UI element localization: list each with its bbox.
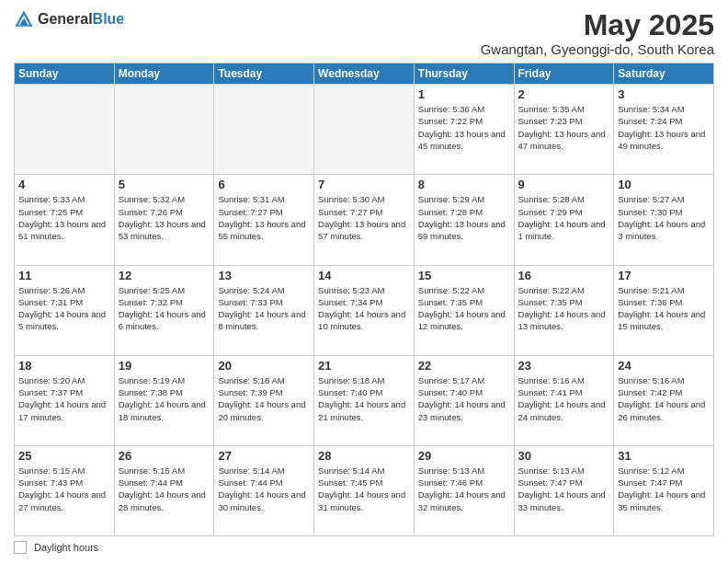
day-info: Sunrise: 5:15 AMSunset: 7:44 PMDaylight:…: [119, 465, 210, 513]
calendar-header-tuesday: Tuesday: [214, 63, 314, 85]
day-number: 18: [18, 359, 110, 373]
day-number: 20: [218, 359, 310, 373]
day-info: Sunrise: 5:23 AMSunset: 7:34 PMDaylight:…: [318, 284, 410, 333]
calendar-cell: 11Sunrise: 5:26 AMSunset: 7:31 PMDayligh…: [15, 265, 115, 355]
day-info: Sunrise: 5:16 AMSunset: 7:41 PMDaylight:…: [518, 374, 610, 423]
day-number: 11: [18, 269, 110, 282]
day-info: Sunrise: 5:31 AMSunset: 7:27 PMDaylight:…: [218, 193, 310, 242]
day-info: Sunrise: 5:27 AMSunset: 7:30 PMDaylight:…: [618, 193, 710, 242]
calendar-table: SundayMondayTuesdayWednesdayThursdayFrid…: [14, 63, 714, 536]
day-number: 15: [418, 269, 510, 282]
day-info: Sunrise: 5:34 AMSunset: 7:24 PMDaylight:…: [618, 103, 710, 152]
day-info: Sunrise: 5:16 AMSunset: 7:42 PMDaylight:…: [618, 374, 710, 423]
day-info: Sunrise: 5:21 AMSunset: 7:36 PMDaylight:…: [618, 284, 710, 333]
calendar-cell: 18Sunrise: 5:20 AMSunset: 7:37 PMDayligh…: [15, 355, 115, 445]
calendar-cell: 27Sunrise: 5:14 AMSunset: 7:44 PMDayligh…: [214, 445, 314, 535]
calendar-cell: 30Sunrise: 5:13 AMSunset: 7:47 PMDayligh…: [514, 445, 614, 535]
day-info: Sunrise: 5:30 AMSunset: 7:27 PMDaylight:…: [318, 193, 410, 242]
day-number: 27: [218, 449, 310, 463]
calendar-cell: 28Sunrise: 5:14 AMSunset: 7:45 PMDayligh…: [314, 445, 415, 535]
calendar-cell: 6Sunrise: 5:31 AMSunset: 7:27 PMDaylight…: [214, 175, 314, 265]
calendar-cell: 4Sunrise: 5:33 AMSunset: 7:25 PMDaylight…: [15, 175, 115, 265]
day-number: 2: [518, 87, 610, 101]
day-number: 24: [618, 359, 710, 373]
calendar-cell: 23Sunrise: 5:16 AMSunset: 7:41 PMDayligh…: [514, 355, 614, 445]
day-info: Sunrise: 5:18 AMSunset: 7:40 PMDaylight:…: [318, 374, 410, 423]
calendar-cell: [314, 85, 415, 175]
calendar-cell: 25Sunrise: 5:15 AMSunset: 7:43 PMDayligh…: [15, 445, 115, 535]
day-info: Sunrise: 5:15 AMSunset: 7:43 PMDaylight:…: [18, 465, 110, 513]
day-info: Sunrise: 5:33 AMSunset: 7:25 PMDaylight:…: [18, 193, 110, 242]
calendar-week-3: 11Sunrise: 5:26 AMSunset: 7:31 PMDayligh…: [15, 265, 714, 355]
day-number: 10: [618, 178, 710, 191]
calendar-cell: 9Sunrise: 5:28 AMSunset: 7:29 PMDaylight…: [514, 175, 614, 265]
calendar-cell: 12Sunrise: 5:25 AMSunset: 7:32 PMDayligh…: [114, 265, 214, 355]
day-info: Sunrise: 5:14 AMSunset: 7:45 PMDaylight:…: [318, 465, 410, 513]
day-info: Sunrise: 5:22 AMSunset: 7:35 PMDaylight:…: [418, 284, 510, 333]
month-title: May 2025: [481, 9, 714, 41]
day-number: 9: [518, 178, 610, 191]
day-number: 25: [18, 449, 110, 463]
calendar-cell: 24Sunrise: 5:16 AMSunset: 7:42 PMDayligh…: [614, 355, 714, 445]
logo: GeneralBlue: [14, 9, 124, 29]
calendar-cell: [214, 85, 314, 175]
daylight-box: [14, 541, 27, 554]
day-number: 17: [618, 269, 710, 282]
calendar-cell: 14Sunrise: 5:23 AMSunset: 7:34 PMDayligh…: [314, 265, 415, 355]
calendar-week-5: 25Sunrise: 5:15 AMSunset: 7:43 PMDayligh…: [15, 445, 714, 535]
calendar-cell: 3Sunrise: 5:34 AMSunset: 7:24 PMDaylight…: [614, 85, 714, 175]
calendar-week-2: 4Sunrise: 5:33 AMSunset: 7:25 PMDaylight…: [15, 175, 714, 265]
day-number: 4: [18, 178, 110, 191]
day-info: Sunrise: 5:13 AMSunset: 7:46 PMDaylight:…: [418, 465, 510, 513]
header: GeneralBlue May 2025 Gwangtan, Gyeonggi-…: [14, 9, 714, 57]
day-info: Sunrise: 5:19 AMSunset: 7:38 PMDaylight:…: [119, 374, 210, 423]
footer: Daylight hours: [14, 541, 714, 554]
calendar-header-saturday: Saturday: [614, 63, 714, 85]
day-info: Sunrise: 5:35 AMSunset: 7:23 PMDaylight:…: [518, 103, 610, 152]
logo-icon: [14, 9, 34, 29]
day-info: Sunrise: 5:17 AMSunset: 7:40 PMDaylight:…: [418, 374, 510, 423]
calendar-cell: 21Sunrise: 5:18 AMSunset: 7:40 PMDayligh…: [314, 355, 415, 445]
day-info: Sunrise: 5:13 AMSunset: 7:47 PMDaylight:…: [518, 465, 610, 513]
day-number: 26: [119, 449, 210, 463]
calendar-week-4: 18Sunrise: 5:20 AMSunset: 7:37 PMDayligh…: [15, 355, 714, 445]
day-number: 13: [218, 269, 310, 282]
day-info: Sunrise: 5:20 AMSunset: 7:37 PMDaylight:…: [18, 374, 110, 423]
calendar-cell: 16Sunrise: 5:22 AMSunset: 7:35 PMDayligh…: [514, 265, 614, 355]
day-number: 12: [119, 269, 210, 282]
logo-general: GeneralBlue: [38, 11, 124, 28]
calendar-cell: 20Sunrise: 5:18 AMSunset: 7:39 PMDayligh…: [214, 355, 314, 445]
day-number: 29: [418, 449, 510, 463]
calendar-cell: 13Sunrise: 5:24 AMSunset: 7:33 PMDayligh…: [214, 265, 314, 355]
day-number: 23: [518, 359, 610, 373]
calendar-header-friday: Friday: [514, 63, 614, 85]
calendar-cell: 26Sunrise: 5:15 AMSunset: 7:44 PMDayligh…: [114, 445, 214, 535]
calendar-header-thursday: Thursday: [414, 63, 514, 85]
day-number: 30: [518, 449, 610, 463]
day-info: Sunrise: 5:25 AMSunset: 7:32 PMDaylight:…: [119, 284, 210, 333]
calendar-cell: 19Sunrise: 5:19 AMSunset: 7:38 PMDayligh…: [114, 355, 214, 445]
day-info: Sunrise: 5:36 AMSunset: 7:22 PMDaylight:…: [418, 103, 510, 152]
day-number: 3: [618, 87, 710, 101]
day-number: 16: [518, 269, 610, 282]
calendar-header-wednesday: Wednesday: [314, 63, 415, 85]
day-number: 22: [418, 359, 510, 373]
page: GeneralBlue May 2025 Gwangtan, Gyeonggi-…: [0, 0, 728, 563]
calendar-cell: 31Sunrise: 5:12 AMSunset: 7:47 PMDayligh…: [614, 445, 714, 535]
calendar-cell: 5Sunrise: 5:32 AMSunset: 7:26 PMDaylight…: [114, 175, 214, 265]
day-info: Sunrise: 5:32 AMSunset: 7:26 PMDaylight:…: [119, 193, 210, 242]
calendar-cell: [114, 85, 214, 175]
calendar-cell: 29Sunrise: 5:13 AMSunset: 7:46 PMDayligh…: [414, 445, 514, 535]
calendar-week-1: 1Sunrise: 5:36 AMSunset: 7:22 PMDaylight…: [15, 85, 714, 175]
day-number: 7: [318, 178, 410, 191]
day-number: 1: [418, 87, 510, 101]
day-number: 31: [618, 449, 710, 463]
day-number: 8: [418, 178, 510, 191]
calendar-cell: 8Sunrise: 5:29 AMSunset: 7:28 PMDaylight…: [414, 175, 514, 265]
calendar-cell: 2Sunrise: 5:35 AMSunset: 7:23 PMDaylight…: [514, 85, 614, 175]
day-info: Sunrise: 5:26 AMSunset: 7:31 PMDaylight:…: [18, 284, 110, 333]
day-info: Sunrise: 5:14 AMSunset: 7:44 PMDaylight:…: [218, 465, 310, 513]
day-info: Sunrise: 5:12 AMSunset: 7:47 PMDaylight:…: [618, 465, 710, 513]
day-info: Sunrise: 5:29 AMSunset: 7:28 PMDaylight:…: [418, 193, 510, 242]
day-number: 6: [218, 178, 310, 191]
